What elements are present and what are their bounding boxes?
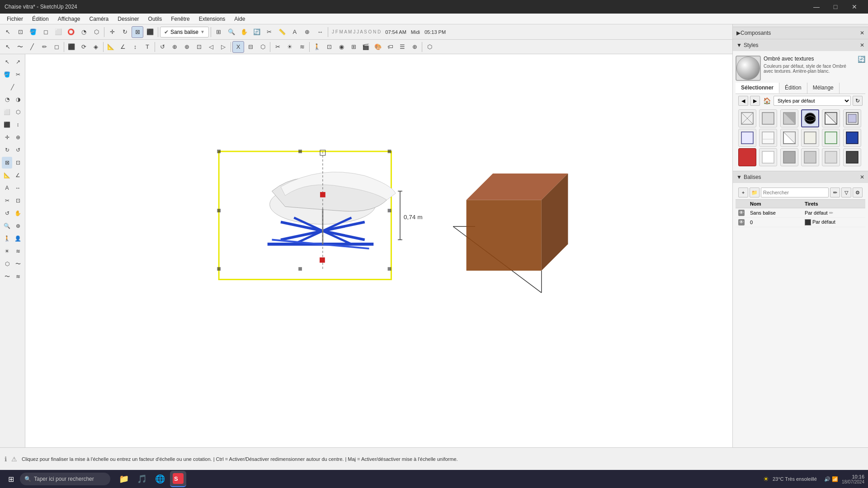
orbit-right[interactable]: ✋ xyxy=(13,207,23,219)
tape-right[interactable]: ∠ xyxy=(13,169,23,181)
orbit-btn[interactable]: 🔄 xyxy=(251,26,263,38)
styles-close[interactable]: ✕ xyxy=(860,42,864,48)
menu-extensions[interactable]: Extensions xyxy=(194,15,230,23)
style-item-r2-3[interactable] xyxy=(780,129,798,147)
style-back-btn[interactable]: ◀ xyxy=(738,96,748,106)
erase-btn[interactable]: ◻ xyxy=(40,26,52,38)
poly-btn[interactable]: ⬡ xyxy=(90,26,102,38)
menu-aide[interactable]: Aide xyxy=(230,15,250,23)
style-item-red[interactable] xyxy=(738,148,756,166)
style-item-shaded[interactable] xyxy=(780,109,798,127)
rotate-btn[interactable]: ↻ xyxy=(119,26,131,38)
pencil-btn[interactable]: ✏ xyxy=(38,41,50,53)
sandbox-right[interactable]: 〜 xyxy=(13,258,23,270)
balise-search-input[interactable] xyxy=(761,188,829,197)
menu-dessiner[interactable]: Dessiner xyxy=(113,15,143,23)
rotate-left[interactable]: ↻ xyxy=(2,144,12,156)
menu-camera[interactable]: Caméra xyxy=(85,15,113,23)
zoom2-btn[interactable]: ⊕ xyxy=(181,41,193,53)
sun-left[interactable]: ☀ xyxy=(2,245,12,257)
move-left[interactable]: ✛ xyxy=(2,131,12,143)
zoom-btn[interactable]: 🔍 xyxy=(226,26,237,38)
tape-left[interactable]: 📐 xyxy=(2,169,12,181)
text2-btn[interactable]: T xyxy=(142,41,153,53)
dim2-btn[interactable]: ↕ xyxy=(129,41,141,53)
tag-dropdown[interactable]: ✔ Sans balise ▼ xyxy=(160,27,209,38)
zoom-extent-btn[interactable]: ⊞ xyxy=(213,26,225,38)
freehand-btn[interactable]: 〜 xyxy=(14,41,26,53)
style-item-wireframe[interactable] xyxy=(738,109,756,127)
scene-btn[interactable]: 🎬 xyxy=(360,41,372,53)
extra-right[interactable]: ≋ xyxy=(13,271,23,282)
scale-left[interactable]: ⊠ xyxy=(2,157,12,169)
style-item-r2-1[interactable] xyxy=(738,129,756,147)
paint-btn[interactable]: 🪣 xyxy=(27,26,39,38)
zoom-right[interactable]: ⊕ xyxy=(13,220,23,232)
component-btn[interactable]: ⊡ xyxy=(14,26,26,38)
rect-btn[interactable]: ⬜ xyxy=(52,26,64,38)
style-item-gray4[interactable] xyxy=(822,148,840,166)
shape-right[interactable]: ⬡ xyxy=(13,106,23,118)
push-right[interactable]: ↕ xyxy=(13,119,23,131)
style-item-textured[interactable] xyxy=(801,109,819,127)
paint-right[interactable]: ✂ xyxy=(13,69,23,80)
rotate-right[interactable]: ↺ xyxy=(13,144,23,156)
style-item-white2[interactable] xyxy=(759,148,777,166)
scale-right[interactable]: ⊡ xyxy=(13,157,23,169)
style-item-r2-5[interactable] xyxy=(822,129,840,147)
pan-btn[interactable]: ✋ xyxy=(238,26,250,38)
layer-btn[interactable]: ⊞ xyxy=(348,41,359,53)
person-btn[interactable]: 🚶 xyxy=(311,41,323,53)
arc-left[interactable]: ◔ xyxy=(2,94,12,105)
axes-btn[interactable]: ⊕ xyxy=(302,26,313,38)
sun-right[interactable]: ≋ xyxy=(13,245,23,257)
walk-right[interactable]: 👤 xyxy=(13,233,23,244)
shadow-btn[interactable]: ☀ xyxy=(284,41,296,53)
orbit-left[interactable]: ↺ xyxy=(2,207,12,219)
arc-right[interactable]: ◑ xyxy=(13,94,23,105)
style-item-gray3[interactable] xyxy=(801,148,819,166)
shape-left[interactable]: ⬜ xyxy=(2,106,12,118)
material-btn[interactable]: ◉ xyxy=(335,41,347,53)
maximize-button[interactable]: □ xyxy=(826,0,844,14)
taskbar-app-sketchup[interactable]: S xyxy=(170,471,186,487)
style-item-hidden[interactable] xyxy=(759,109,777,127)
eraser2-btn[interactable]: ◻ xyxy=(51,41,62,53)
select-tool[interactable]: ↖ xyxy=(2,26,14,38)
pan2-btn[interactable]: ⊕ xyxy=(169,41,180,53)
select-right[interactable]: ↗ xyxy=(13,56,23,68)
menu-affichage[interactable]: Affichage xyxy=(53,15,85,23)
section2-btn[interactable]: ✂ xyxy=(272,41,283,53)
arc-btn[interactable]: ◔ xyxy=(78,26,90,38)
style-dropdown[interactable]: Styles par défaut xyxy=(774,96,851,106)
style-item-xray[interactable] xyxy=(843,109,861,127)
xray-btn[interactable]: X xyxy=(232,41,244,53)
close-button[interactable]: ✕ xyxy=(845,0,863,14)
style-item-dark[interactable] xyxy=(843,148,861,166)
zoom-left[interactable]: 🔍 xyxy=(2,220,12,232)
text-right[interactable]: ↔ xyxy=(13,182,23,194)
style-item-r2-6[interactable] xyxy=(843,129,861,147)
text-left[interactable]: A xyxy=(2,182,12,194)
style-item-r2-2[interactable] xyxy=(759,129,777,147)
tab-edition[interactable]: Édition xyxy=(779,83,807,94)
measure-btn[interactable]: 📏 xyxy=(276,26,288,38)
row-edit-1[interactable]: ✏ xyxy=(829,210,833,216)
scale-btn[interactable]: ⊠ xyxy=(132,26,143,38)
tab-melange[interactable]: Mélange xyxy=(807,83,840,94)
line-tool[interactable]: ╱ xyxy=(2,81,24,93)
style-item-monochrome[interactable] xyxy=(822,109,840,127)
circle-btn[interactable]: ⭕ xyxy=(65,26,77,38)
more-btn[interactable]: ⬡ xyxy=(424,41,435,53)
balise-filter-btn[interactable]: ▽ xyxy=(841,188,851,197)
line-btn[interactable]: ╱ xyxy=(26,41,38,53)
style-item-gray2[interactable] xyxy=(780,148,798,166)
orbit2-btn[interactable]: ↺ xyxy=(156,41,168,53)
minimize-button[interactable]: — xyxy=(807,0,826,14)
tag2-btn[interactable]: 🏷 xyxy=(384,41,396,53)
balise-settings-btn[interactable]: ⚙ xyxy=(853,188,863,197)
walk-left[interactable]: 🚶 xyxy=(2,233,12,244)
section-right[interactable]: ⊡ xyxy=(13,195,23,206)
taskbar-clock[interactable]: 10:16 18/07/2024 xyxy=(842,474,864,484)
menu-fenetre[interactable]: Fenêtre xyxy=(166,15,194,23)
